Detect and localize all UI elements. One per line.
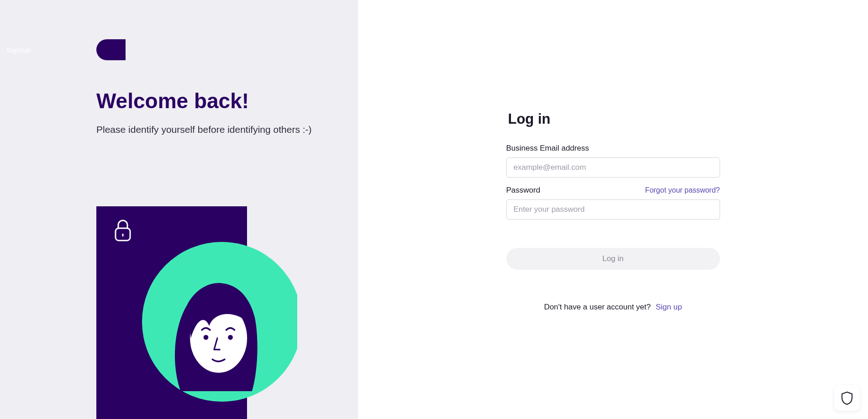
email-field[interactable] [506, 157, 720, 178]
avatar-person-icon [167, 277, 268, 391]
lock-icon [114, 219, 132, 242]
welcome-heading: Welcome back! [96, 89, 358, 113]
password-field[interactable] [506, 199, 720, 220]
illustration [96, 206, 297, 419]
svg-point-3 [204, 335, 209, 340]
signup-link[interactable]: Sign up [656, 303, 682, 311]
password-label: Password [506, 186, 541, 195]
brand-name: Signicat [6, 46, 31, 54]
welcome-subtext: Please identify yourself before identify… [96, 124, 358, 135]
login-button[interactable]: Log in [506, 248, 720, 270]
shield-icon [841, 391, 853, 405]
login-heading: Log in [508, 111, 720, 127]
brand-logo: Signicat [96, 39, 126, 60]
signup-row: Don't have a user account yet? Sign up [506, 303, 720, 312]
login-form: Log in Business Email address Password F… [506, 111, 720, 312]
logo-circle-shape [96, 39, 117, 60]
svg-point-4 [228, 335, 233, 340]
security-badge[interactable] [834, 385, 860, 411]
email-label: Business Email address [506, 144, 720, 153]
signup-prompt: Don't have a user account yet? [544, 303, 651, 311]
welcome-panel: Signicat Welcome back! Please identify y… [0, 0, 358, 419]
forgot-password-link[interactable]: Forgot your password? [645, 186, 720, 194]
login-panel: Log in Business Email address Password F… [358, 0, 868, 419]
